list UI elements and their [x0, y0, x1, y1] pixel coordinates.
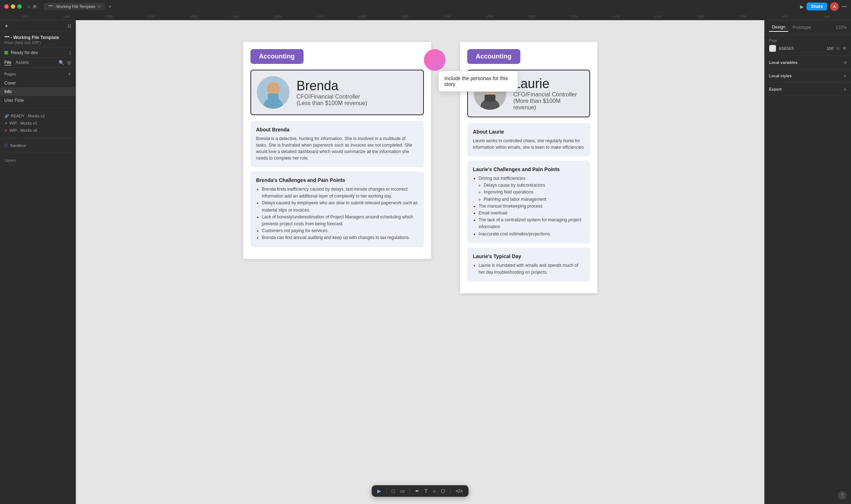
- svg-point-1: [267, 82, 280, 95]
- select-tool[interactable]: ▶: [377, 488, 381, 494]
- grid-icon[interactable]: ⊞: [33, 4, 36, 9]
- file-tab[interactable]: *** - Working File Template ✕: [44, 3, 105, 10]
- right-sidebar-tabs: Design Prototype 132%: [765, 20, 851, 35]
- laurie-challenge-4: The lack of a centralized system for man…: [479, 217, 584, 230]
- wip-icon: ↗: [4, 121, 7, 125]
- laurie-sub-3: Planning and labor management: [484, 196, 584, 203]
- tab-close-icon[interactable]: ✕: [98, 5, 100, 9]
- visibility-icon[interactable]: 👁: [842, 46, 847, 51]
- more-icon[interactable]: •••: [842, 4, 847, 9]
- divider-3: [0, 152, 76, 152]
- brenda-name: Brenda: [297, 78, 368, 94]
- laurie-typical-day-section: Laurie's Typical Day Laurie is inundated…: [467, 248, 590, 282]
- laurie-challenges-list: Driving out inefficiencies Delays cause …: [473, 175, 584, 238]
- ellipse-tool[interactable]: ○: [433, 488, 435, 494]
- toolbar-sep-2: [410, 488, 410, 494]
- file-info: *** - Working File Template Prism (Next …: [0, 32, 76, 48]
- frame-tool[interactable]: □: [392, 488, 395, 494]
- page-section: Page E5E5E5 100 % 👁: [765, 35, 851, 56]
- title-bar: ⌂ ⊞ *** - Working File Template ✕ + ▶ Sh…: [0, 0, 851, 13]
- text-tool[interactable]: T: [425, 488, 428, 494]
- close-button[interactable]: [4, 4, 9, 9]
- tab-label: *** - Working File Template: [48, 4, 95, 9]
- divider-1: [0, 108, 76, 108]
- brenda-challenge-2: Delays caused by employees who are slow …: [262, 200, 418, 213]
- avatar: A: [830, 2, 839, 11]
- mocks-group: 🔗 READY - Mocks v2 ↗ WIP - Mocks v1 ✕ WI…: [0, 111, 76, 135]
- page-color-swatch[interactable]: [769, 45, 776, 52]
- percent-label: %: [836, 47, 839, 51]
- local-styles-add[interactable]: +: [844, 73, 847, 79]
- laurie-challenge-1: Driving out inefficiencies: [479, 175, 584, 182]
- ruler-marks: -1850 -1800 -1750 -1700 -1650 -1600 -155…: [3, 15, 848, 18]
- file-tab-assets[interactable]: Assets: [16, 60, 29, 65]
- laurie-sub-1: Delays cause by subcontractors: [484, 182, 584, 189]
- add-tab-button[interactable]: +: [108, 4, 111, 9]
- wip-mocks-v1-item[interactable]: ↗ WIP - Mocks v1: [4, 120, 71, 127]
- page-color-value[interactable]: E5E5E5: [779, 46, 794, 51]
- ready-for-dev-badge[interactable]: Ready for dev 1: [0, 48, 76, 58]
- brenda-challenges-title: Brenda's Challenges and Pain Points: [256, 177, 418, 183]
- fullscreen-button[interactable]: [17, 4, 22, 9]
- svg-rect-3: [268, 94, 279, 101]
- page-item-cover[interactable]: Cover: [0, 79, 76, 87]
- component-tool[interactable]: ⬡: [441, 488, 445, 494]
- right-sidebar-content: ?: [765, 96, 851, 504]
- grid-view-icon[interactable]: ⊞: [67, 60, 71, 65]
- laurie-typical-day-title: Laurie's Typical Day: [473, 253, 584, 259]
- pen-tool[interactable]: ✒: [415, 488, 420, 494]
- laurie-challenges-section: Laurie's Challenges and Pain Points Driv…: [467, 161, 590, 243]
- tooltip-text: Include the personas for this story: [444, 75, 508, 87]
- local-variables-section: Local variables ≡: [765, 56, 851, 69]
- laurie-challenge-5: Inaccurate cost estimates/projections.: [479, 231, 584, 238]
- rectangle-tool[interactable]: ▭: [400, 488, 405, 494]
- page-item-info[interactable]: Info: [0, 87, 76, 96]
- sandbox-icon: ⬡: [4, 143, 8, 148]
- help-button[interactable]: ?: [838, 491, 847, 500]
- file-tab-file[interactable]: File: [4, 60, 11, 65]
- accounting-badge-brenda: Accounting: [250, 49, 304, 64]
- file-name[interactable]: *** - Working File Template: [4, 35, 71, 40]
- home-icon[interactable]: ⌂: [27, 4, 30, 9]
- toolbar-sep-3: [450, 488, 451, 494]
- play-icon[interactable]: ▶: [800, 4, 804, 9]
- svg-rect-7: [485, 95, 495, 102]
- brenda-info: Brenda CFO/Financial Controller (Less th…: [297, 78, 368, 107]
- local-variables-action[interactable]: ≡: [844, 60, 847, 65]
- ready-mocks-v2-item[interactable]: 🔗 READY - Mocks v2: [4, 112, 71, 120]
- toolbar-sep-1: [386, 488, 387, 494]
- brenda-avatar: [257, 76, 289, 109]
- page-item-user-flow[interactable]: User Flow: [0, 96, 76, 105]
- share-button[interactable]: Share: [807, 3, 827, 10]
- sidebar-top: ✦ ⊡: [0, 20, 76, 32]
- sandbox-item[interactable]: ⬡ Sandbox: [0, 142, 76, 149]
- laurie-name: Laurie: [513, 76, 584, 91]
- wip-red-icon: ✕: [4, 129, 7, 132]
- laurie-typical-day-1: Laurie is inundated with emails and spen…: [479, 262, 584, 276]
- brenda-about-title: About Brenda: [256, 127, 418, 132]
- design-tab[interactable]: Design: [769, 23, 788, 32]
- prototype-tab[interactable]: Prototype: [790, 23, 814, 31]
- laurie-challenge-2: The manual timekeeping process: [479, 203, 584, 210]
- export-add[interactable]: +: [844, 86, 847, 92]
- code-tool[interactable]: </>: [456, 488, 463, 494]
- persona-frame-brenda[interactable]: Accounting Brenda CFO/Financial Controll…: [243, 42, 431, 259]
- zoom-value[interactable]: 132%: [835, 25, 847, 30]
- laurie-about-section: About Laurie Laurie works in controlled …: [467, 123, 590, 156]
- canvas-area[interactable]: Accounting Brenda CFO/Financial Controll…: [76, 20, 764, 504]
- add-page-button[interactable]: +: [68, 71, 71, 77]
- file-sub: Prism (Next Gen ERP): [4, 41, 71, 45]
- badge-label: Ready for dev: [11, 50, 38, 55]
- wip-mocks-v0-item[interactable]: ✕ WIP - Mocks v0: [4, 127, 71, 134]
- page-color-row: E5E5E5 100 % 👁: [769, 45, 847, 52]
- laurie-challenges-title: Laurie's Challenges and Pain Points: [473, 166, 584, 172]
- title-bar-right: ▶ Share A •••: [800, 2, 847, 11]
- sidebar-expand-icon[interactable]: ⊡: [68, 23, 71, 29]
- minimize-button[interactable]: [11, 4, 15, 9]
- badge-dot: [4, 51, 8, 55]
- laurie-title: CFO/Financial Controller: [513, 91, 584, 98]
- search-icon[interactable]: 🔍: [59, 60, 64, 65]
- layers-section[interactable]: Layers: [0, 155, 76, 165]
- pages-label: Pages: [4, 72, 16, 76]
- badge-count: 1: [69, 51, 71, 55]
